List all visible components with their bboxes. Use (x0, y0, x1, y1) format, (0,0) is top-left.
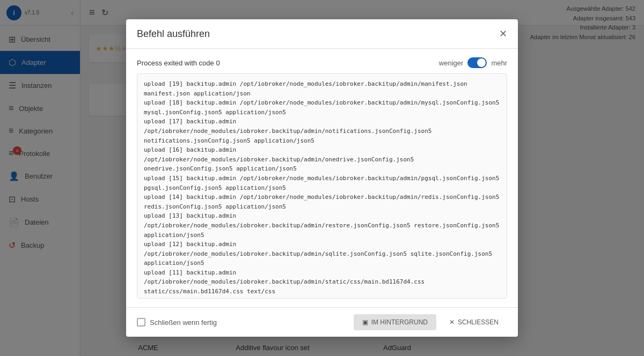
close-when-done-label: Schließen wenn fertig (150, 318, 217, 327)
toggle-thumb (477, 58, 486, 67)
modal-status: Process exited with code 0 (137, 59, 220, 67)
footer-buttons: ▣ IM HINTERGRUND ✕ SCHLIESSEN (354, 314, 507, 330)
log-line: upload [15] backitup.admin /opt/iobroker… (144, 174, 500, 192)
background-button[interactable]: ▣ IM HINTERGRUND (354, 314, 436, 330)
log-line: upload [19] backitup.admin /opt/iobroker… (144, 79, 500, 98)
verbose-toggle[interactable] (467, 57, 487, 68)
log-line: upload [17] backitup.admin /opt/iobroker… (144, 117, 500, 145)
log-line: upload [16] backitup.admin /opt/iobroker… (144, 145, 500, 174)
toggle-more-label: mehr (491, 59, 507, 67)
log-line: upload [14] backitup.admin /opt/iobroker… (144, 192, 500, 211)
modal-status-row: Process exited with code 0 weniger mehr (137, 57, 507, 68)
log-line: upload [10] backitup.admin /opt/iobroker… (144, 296, 500, 299)
close-when-done-row: Schließen wenn fertig (137, 318, 217, 327)
modal-close-button[interactable]: ✕ (499, 28, 507, 40)
log-line: upload [13] backitup.admin /opt/iobroker… (144, 211, 500, 240)
modal-body: Process exited with code 0 weniger mehr … (126, 49, 518, 307)
close-button[interactable]: ✕ SCHLIESSEN (441, 314, 507, 330)
log-line: upload [11] backitup.admin /opt/iobroker… (144, 268, 500, 296)
toggle-less-label: weniger (439, 59, 464, 67)
close-when-done-checkbox[interactable] (137, 318, 145, 327)
toggle-row: weniger mehr (439, 57, 507, 68)
modal-overlay: Befehl ausführen ✕ Process exited with c… (0, 0, 644, 356)
modal-dialog: Befehl ausführen ✕ Process exited with c… (126, 19, 518, 337)
log-output: upload [19] backitup.admin /opt/iobroker… (137, 73, 507, 299)
log-line: upload [18] backitup.admin /opt/iobroker… (144, 98, 500, 117)
modal-footer: Schließen wenn fertig ▣ IM HINTERGRUND ✕… (126, 307, 518, 337)
log-line: upload [12] backitup.admin /opt/iobroker… (144, 240, 500, 268)
monitor-icon: ▣ (362, 318, 368, 326)
x-icon: ✕ (449, 318, 455, 326)
modal-title: Befehl ausführen (137, 28, 210, 40)
modal-header: Befehl ausführen ✕ (126, 19, 518, 49)
